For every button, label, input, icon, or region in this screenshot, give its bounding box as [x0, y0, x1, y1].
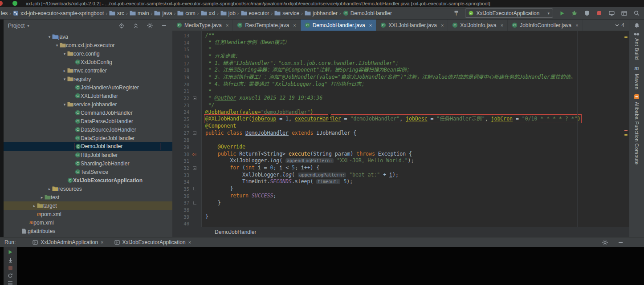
fold-marker-icon[interactable]	[193, 166, 196, 170]
tree-chevron-icon[interactable]: ▸	[47, 187, 52, 191]
minimize-button[interactable]	[617, 239, 624, 246]
tree-item-commandjobhandler[interactable]: CCommandJobHandler	[4, 108, 172, 117]
locate-button[interactable]	[118, 22, 125, 29]
hide-button[interactable]	[160, 22, 168, 29]
monitor-button[interactable]	[608, 9, 615, 17]
tab-close-icon[interactable]: ×	[293, 23, 296, 28]
coverage-button[interactable]	[583, 9, 591, 17]
tree-item-target[interactable]: ▸target	[4, 201, 172, 210]
restart-button[interactable]	[7, 273, 14, 278]
tree-item-demojobhandler[interactable]: CDemoJobHandler	[4, 142, 172, 151]
tree-item-xxljobhandler[interactable]: CXXLJobHandler	[4, 92, 172, 100]
code-editor[interactable]: 131415161718192021222324252627282930o↑31…	[172, 31, 629, 227]
tree-item-mvc-controller[interactable]: ▸mvc.controller	[4, 66, 172, 75]
settings-button[interactable]	[601, 239, 609, 246]
tool-window-button-maven[interactable]: mMaven	[634, 64, 640, 90]
editor-tab-jobinfocontroller-java[interactable]: CJobInfoController.java×	[508, 20, 583, 31]
search-button[interactable]	[633, 9, 640, 17]
editor-breadcrumb-item[interactable]: DemoJobHandler	[215, 229, 256, 235]
tree-chevron-icon[interactable]: ▾	[47, 35, 52, 39]
breadcrumb-item-xxl[interactable]: xxl	[201, 10, 216, 16]
fold-marker-icon[interactable]	[193, 131, 196, 135]
breadcrumb-item-jobhandler[interactable]: jobhandler	[305, 10, 338, 16]
tree-item-registry[interactable]: ▾registry	[4, 75, 172, 83]
collapse-button[interactable]	[132, 22, 139, 29]
fold-end-icon[interactable]	[193, 187, 196, 190]
breadcrumb-item-les[interactable]: les	[1, 10, 8, 16]
tree-chevron-icon[interactable]: ▸	[32, 204, 37, 208]
fold-end-icon[interactable]	[193, 201, 196, 205]
tree-item-httpjobhandler[interactable]: CHttpJobHandler	[4, 151, 172, 159]
tree-item-resources[interactable]: ▸resources	[4, 185, 172, 193]
breadcrumb-item-service[interactable]: service	[274, 10, 299, 16]
window-close-button[interactable]	[0, 1, 3, 6]
tree-item-xxljobexecutorapplication[interactable]: CXxlJobExecutorApplication	[4, 176, 172, 185]
tab-close-icon[interactable]: ×	[441, 23, 444, 28]
gutter-line: 15	[172, 46, 201, 53]
override-method-icon[interactable]: o↑	[192, 152, 197, 157]
tree-item-datasourcejobhandler[interactable]: CDataSourceJobHandler	[4, 125, 172, 134]
breadcrumb-item-com[interactable]: com	[177, 10, 196, 16]
breadcrumb-item-src[interactable]: src	[109, 10, 124, 16]
tree-item-gitattributes[interactable]: .gitattributes	[4, 227, 172, 235]
tree-item-pom-xml[interactable]: mpom.xml	[4, 218, 172, 227]
console-output[interactable]	[0, 247, 644, 285]
fold-marker-icon[interactable]	[193, 96, 196, 100]
run-tab-xxljobexecutorapplication[interactable]: XxlJobExecutorApplication×	[110, 237, 196, 247]
editor-tab-demojobhandler-java[interactable]: CDemoJobHandler.java×	[301, 20, 377, 31]
tab-close-icon[interactable]: ×	[369, 23, 372, 28]
tree-chevron-icon[interactable]: ▸	[62, 68, 67, 73]
tree-item-dataparsejobhandler[interactable]: CDataParseJobHandler	[4, 117, 172, 125]
tool-window-button-alibaba-function-compute[interactable]: Alibaba Function Compute	[634, 94, 640, 165]
tree-item-shardingjobhandler[interactable]: CShardingJobHandler	[4, 159, 172, 168]
breadcrumb-item-java[interactable]: java	[154, 10, 172, 16]
bell-icon[interactable]	[634, 23, 640, 28]
debug-button[interactable]	[571, 9, 578, 17]
layout-button[interactable]	[620, 9, 628, 17]
tree-item-testservice[interactable]: CTestService	[4, 168, 172, 176]
tree-chevron-icon[interactable]: ▸	[39, 195, 45, 200]
project-panel-header[interactable]: Project ▾	[4, 20, 172, 32]
editor-tab-mediatype-java[interactable]: CMediaType.java×	[172, 20, 233, 31]
tab-close-icon[interactable]: ×	[188, 240, 191, 245]
editor-tab-xxljobinfo-java[interactable]: CXxlJobInfo.java×	[448, 20, 508, 31]
scroll-down-button[interactable]	[7, 257, 14, 263]
hidden-tabs-control[interactable]: 4	[611, 20, 629, 31]
rerun-button[interactable]	[7, 249, 14, 255]
settings-button[interactable]	[146, 22, 154, 29]
stop-button[interactable]	[595, 9, 603, 17]
window-zoom-button[interactable]	[12, 1, 17, 6]
tree-chevron-icon[interactable]: ▾	[62, 102, 67, 107]
build-hammer-icon[interactable]	[452, 9, 460, 17]
tree-item-service-jobhandler[interactable]: ▾service.jobhandler	[4, 100, 172, 108]
tree-item-core-config[interactable]: ▾core.config	[4, 49, 172, 58]
run-tab-xxljobadminapplication[interactable]: XxlJobAdminApplication×	[28, 237, 108, 247]
breadcrumb-item-executor[interactable]: executor	[241, 10, 269, 16]
run-button[interactable]	[558, 9, 566, 17]
tree-item-dataspiderjobhandler[interactable]: CDataSpiderJobHandler	[4, 134, 172, 142]
breadcrumb-item-xxl-job-executor-sample-springboot[interactable]: xxl-job-executor-sample-springboot	[13, 10, 104, 16]
tab-close-icon[interactable]: ×	[101, 240, 103, 245]
breadcrumb-item-job[interactable]: job	[220, 10, 236, 16]
run-configuration-select[interactable]: XxlJobExecutorApplication ▾	[465, 8, 553, 18]
breadcrumb-item-main[interactable]: main	[130, 10, 149, 16]
options-button[interactable]	[7, 281, 14, 285]
editor-tab-xxljobhandler-java[interactable]: CXXLJobHandler.java×	[376, 20, 448, 31]
tree-chevron-icon[interactable]: ▾	[62, 77, 67, 81]
tab-close-icon[interactable]: ×	[501, 23, 503, 28]
tree-chevron-icon[interactable]: ▾	[62, 52, 67, 56]
tree-chevron-icon[interactable]: ▾	[54, 43, 60, 48]
tool-window-button-ant-build[interactable]: Ant Build	[634, 32, 640, 60]
tab-close-icon[interactable]: ×	[226, 23, 228, 28]
tab-close-icon[interactable]: ×	[575, 23, 578, 28]
tree-item-com-xxl-job-executor[interactable]: ▾com.xxl.job.executor	[4, 41, 172, 49]
tree-item-test[interactable]: ▸test	[4, 193, 172, 201]
tree-item-java[interactable]: ▾java	[4, 32, 172, 41]
editor-tab-resttemplate-java[interactable]: CRestTemplate.java×	[233, 20, 300, 31]
breadcrumb-item-demojobhandler[interactable]: CDemoJobHandler	[343, 10, 392, 16]
stop-dim-button[interactable]	[7, 265, 14, 270]
code-text[interactable]: /** * 任务Handler示例（Bean模式） * * 开发步骤： * 1、…	[202, 31, 629, 227]
tree-item-pom-xml[interactable]: mpom.xml	[4, 210, 172, 218]
tree-item-xxljobconfig[interactable]: CXxlJobConfig	[4, 58, 172, 66]
tree-item-jobhandlerautoregister[interactable]: CJobHandlerAutoRegister	[4, 83, 172, 92]
